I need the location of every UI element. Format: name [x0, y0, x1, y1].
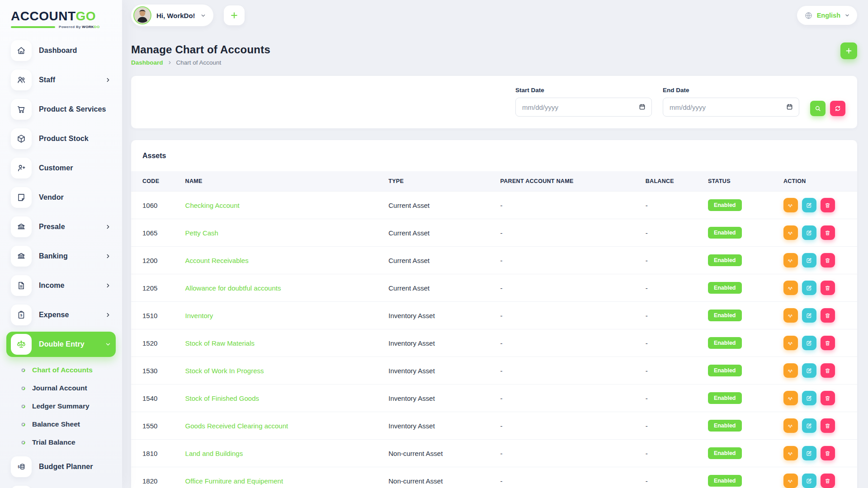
sidebar-item-dashboard[interactable]: Dashboard [6, 38, 116, 63]
brand-logo[interactable]: ACCOUNTGO Powered By WORKDO [0, 0, 122, 35]
sidebar-item-expense[interactable]: $ Expense [6, 302, 116, 328]
sidebar-item-customer[interactable]: Customer [6, 155, 116, 181]
delete-button[interactable] [821, 198, 835, 212]
transactions-button[interactable] [783, 446, 798, 460]
edit-button[interactable] [802, 446, 816, 460]
sidebar-subitem-trial-balance[interactable]: Trial Balance [0, 433, 122, 451]
delete-button[interactable] [821, 225, 835, 240]
transactions-button[interactable] [783, 253, 798, 267]
edit-button[interactable] [802, 308, 816, 323]
end-date-group: End Date [663, 87, 799, 117]
sidebar-item-product-stock[interactable]: Product Stock [6, 126, 116, 151]
account-name-link[interactable]: Office Furniture and Equipement [185, 477, 283, 485]
calendar-icon[interactable] [638, 103, 646, 111]
sidebar-item-staff[interactable]: Staff [6, 67, 116, 93]
language-selector[interactable]: English [797, 6, 857, 25]
transactions-button[interactable] [783, 336, 798, 350]
column-header-name: NAME [180, 171, 383, 192]
chevron-down-icon [105, 341, 111, 347]
sidebar-item-label: Presale [39, 223, 65, 231]
edit-button[interactable] [802, 253, 816, 267]
edit-button[interactable] [802, 225, 816, 240]
edit-button[interactable] [802, 336, 816, 350]
edit-button[interactable] [802, 281, 816, 295]
sidebar-item-banking[interactable]: Banking [6, 244, 116, 269]
cart-icon [11, 99, 32, 120]
account-name-link[interactable]: Petty Cash [185, 229, 218, 237]
edit-button[interactable] [802, 363, 816, 378]
trash-icon [824, 312, 831, 319]
account-name-link[interactable]: Goods Received Clearing account [185, 422, 288, 430]
user-menu[interactable]: Hi, WorkDo! [131, 5, 213, 26]
delete-button[interactable] [821, 391, 835, 405]
sidebar-item-vendor[interactable]: Vendor [6, 185, 116, 210]
delete-button[interactable] [821, 281, 835, 295]
account-name-link[interactable]: Checking Account [185, 202, 240, 209]
calendar-icon[interactable] [786, 103, 793, 111]
trash-icon [824, 478, 831, 484]
reset-button[interactable] [830, 101, 845, 116]
breadcrumb-dashboard-link[interactable]: Dashboard [131, 59, 163, 66]
edit-button[interactable] [802, 418, 816, 433]
account-balance: - [640, 274, 703, 302]
sidebar-item-product-services[interactable]: Product & Services [6, 97, 116, 122]
delete-button[interactable] [821, 253, 835, 267]
edit-button[interactable] [802, 391, 816, 405]
account-code: 1060 [131, 192, 180, 219]
start-date-input[interactable] [515, 98, 652, 117]
account-name-link[interactable]: Account Receivables [185, 257, 249, 264]
delete-button[interactable] [821, 474, 835, 488]
account-name-link[interactable]: Allowance for doubtful accounts [185, 284, 281, 292]
sidebar-item-income[interactable]: Income [6, 273, 116, 298]
transactions-button[interactable] [783, 418, 798, 433]
sidebar-item-double-entry[interactable]: Double Entry [6, 332, 116, 357]
sidebar-item-presale[interactable]: Presale [6, 214, 116, 239]
account-name-link[interactable]: Inventory [185, 312, 213, 319]
sidebar-item-contract[interactable]: $ Contract [6, 483, 116, 488]
sidebar-subitem-label: Ledger Summary [32, 402, 90, 410]
search-button[interactable] [810, 101, 826, 116]
quick-add-button[interactable] [224, 5, 245, 25]
row-actions [783, 225, 852, 240]
add-account-button[interactable] [840, 42, 857, 59]
page-title: Manage Chart of Accounts [131, 43, 857, 56]
plus-icon [845, 47, 853, 55]
transactions-button[interactable] [783, 225, 798, 240]
account-name-link[interactable]: Stock of Work In Progress [185, 367, 264, 375]
edit-button[interactable] [802, 474, 816, 488]
sidebar-item-budget-planner[interactable]: $ Budget Planner [6, 454, 116, 479]
sidebar-subitem-chart-of-accounts[interactable]: Chart of Accounts [0, 361, 122, 379]
start-date-group: Start Date [515, 87, 652, 117]
account-name-link[interactable]: Stock of Finished Goods [185, 394, 259, 402]
end-date-input[interactable] [663, 98, 799, 117]
note-icon [11, 187, 32, 208]
sidebar-subitem-balance-sheet[interactable]: Balance Sheet [0, 415, 122, 433]
delete-button[interactable] [821, 446, 835, 460]
delete-button[interactable] [821, 418, 835, 433]
sidebar-subitem-journal-account[interactable]: Journal Account [0, 379, 122, 397]
row-actions [783, 391, 852, 405]
row-actions [783, 253, 852, 267]
transactions-button[interactable] [783, 198, 798, 212]
account-type: Inventory Asset [383, 385, 495, 412]
brand-logo-accent: GO [76, 9, 96, 23]
transactions-button[interactable] [783, 308, 798, 323]
main-content: Manage Chart of Accounts Dashboard Chart… [122, 29, 868, 488]
account-name-link[interactable]: Stock of Raw Materials [185, 339, 255, 347]
account-balance: - [640, 412, 703, 440]
transactions-button[interactable] [783, 281, 798, 295]
transactions-button[interactable] [783, 391, 798, 405]
delete-button[interactable] [821, 336, 835, 350]
breadcrumb: Dashboard Chart of Account [131, 59, 857, 66]
delete-button[interactable] [821, 308, 835, 323]
bullet-icon [21, 440, 26, 445]
account-type: Current Asset [383, 192, 495, 219]
row-actions [783, 474, 852, 488]
delete-button[interactable] [821, 363, 835, 378]
sidebar-item-label: Income [39, 282, 65, 290]
edit-button[interactable] [802, 198, 816, 212]
account-name-link[interactable]: Land and Buildings [185, 450, 243, 457]
transactions-button[interactable] [783, 474, 798, 488]
sidebar-subitem-ledger-summary[interactable]: Ledger Summary [0, 397, 122, 415]
transactions-button[interactable] [783, 363, 798, 378]
